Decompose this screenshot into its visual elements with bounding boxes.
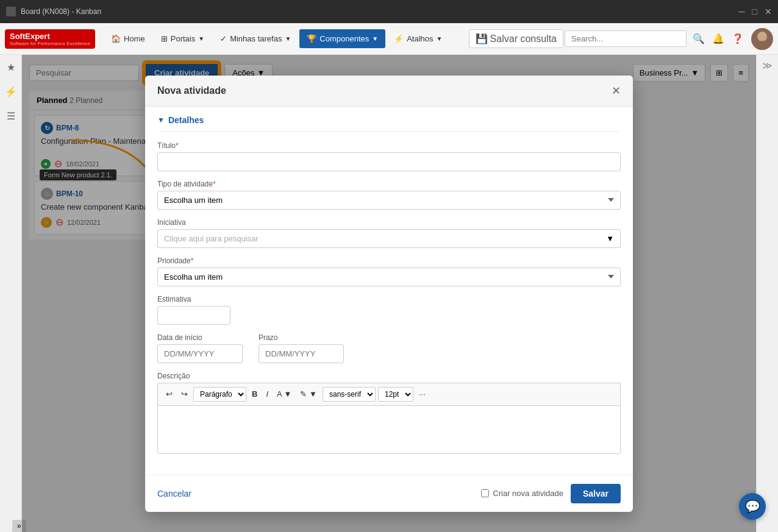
section-chevron-icon: ▼ <box>157 116 165 124</box>
undo-button[interactable]: ↩ <box>163 388 176 400</box>
svg-point-1 <box>754 41 770 50</box>
nav-home[interactable]: 🏠 Home <box>104 29 152 48</box>
dialog-header: Nova atividade ✕ <box>145 76 633 107</box>
sidebar-icon-star[interactable]: ★ <box>4 60 18 74</box>
label-data-inicio: Data de início <box>157 333 249 342</box>
save-button[interactable]: Salvar <box>571 484 621 503</box>
componentes-icon: 🏆 <box>307 34 316 43</box>
create-new-checkbox[interactable] <box>481 489 489 497</box>
more-options-button[interactable]: ··· <box>416 388 429 400</box>
highlight-dropdown-icon: ▼ <box>309 389 317 399</box>
dialog-body: ▼ Detalhes Título* Tipo de atividade* <box>145 107 633 475</box>
nav-componentes[interactable]: 🏆 Componentes ▼ <box>299 29 385 48</box>
nav-right-icons: 🔍 🔔 ❓ <box>693 28 773 50</box>
prazo-input[interactable] <box>259 344 344 363</box>
portais-icon: ⊞ <box>161 34 168 43</box>
atalhos-arrow-icon: ▼ <box>437 35 443 42</box>
form-group-prazo: Prazo <box>259 333 350 363</box>
font-color-dropdown-icon: ▼ <box>284 389 292 399</box>
paragraph-select[interactable]: Parágrafo <box>193 387 246 402</box>
window-controls: ─ □ ✕ <box>739 7 772 16</box>
highlight-button[interactable]: ✎ ▼ <box>297 388 320 400</box>
logo-text: SoftExpert <box>10 32 50 41</box>
chat-bubble-button[interactable]: 💬 <box>739 493 766 520</box>
iniciativa-search-input[interactable]: Clique aqui para pesquisar ▼ <box>157 229 621 248</box>
form-group-iniciativa: Iniciativa Clique aqui para pesquisar ▼ <box>157 218 621 248</box>
form-group-descricao: Descrição ↩ ↪ Parágrafo B I A ▼ <box>157 372 621 454</box>
atalhos-icon: ⚡ <box>394 34 404 43</box>
left-sidebar: ★ ⚡ ☰ <box>0 55 22 532</box>
window-titlebar: Board (KN008) - Kanban ─ □ ✕ <box>0 0 778 23</box>
titulo-input[interactable] <box>157 152 621 171</box>
font-color-button[interactable]: A ▼ <box>274 388 294 400</box>
form-group-titulo: Título* <box>157 141 621 171</box>
iniciativa-dropdown-icon: ▼ <box>606 234 614 243</box>
redo-button[interactable]: ↪ <box>178 388 191 400</box>
data-inicio-input[interactable] <box>157 344 243 363</box>
tipo-atividade-select[interactable]: Escolha um item <box>157 191 621 210</box>
nav-minhas-tarefas[interactable]: ✓ Minhas tarefas ▼ <box>213 29 298 48</box>
tarefas-arrow-icon: ▼ <box>285 35 291 42</box>
label-descricao: Descrição <box>157 372 621 380</box>
nova-atividade-dialog: Nova atividade ✕ ▼ Detalhes Título* <box>145 76 633 512</box>
form-group-data-inicio: Data de início <box>157 333 249 363</box>
content-area: Criar atividade Ações ▼ Business Pr... ▼… <box>22 55 756 532</box>
label-estimativa: Estimativa <box>157 295 621 303</box>
logo-sub: Software for Performance Excellence <box>10 41 90 46</box>
home-icon: 🏠 <box>111 34 121 43</box>
italic-button[interactable]: I <box>263 388 271 400</box>
portais-arrow-icon: ▼ <box>198 35 204 42</box>
window-icon <box>6 7 16 16</box>
description-toolbar: ↩ ↪ Parágrafo B I A ▼ ✎ ▼ <box>157 383 621 405</box>
prioridade-select[interactable]: Escolha um item <box>157 268 621 286</box>
window-close-button[interactable]: ✕ <box>765 7 772 16</box>
window-title: Board (KN008) - Kanban <box>21 7 734 16</box>
footer-right: Criar nova atividade Salvar <box>481 484 621 503</box>
create-new-checkbox-label[interactable]: Criar nova atividade <box>481 489 563 498</box>
cancel-button[interactable]: Cancelar <box>157 489 191 498</box>
form-group-tipo-atividade: Tipo de atividade* Escolha um item <box>157 180 621 210</box>
description-area[interactable] <box>157 405 621 454</box>
dialog-close-button[interactable]: ✕ <box>612 84 621 98</box>
chat-icon: 💬 <box>745 499 760 514</box>
panel-expand-button[interactable]: ≫ <box>762 60 773 71</box>
label-prazo: Prazo <box>259 333 350 342</box>
nav-portais[interactable]: ⊞ Portais ▼ <box>154 29 212 48</box>
section-details-header[interactable]: ▼ Detalhes <box>157 107 621 132</box>
search-icon-button[interactable]: 🔍 <box>693 33 705 44</box>
maximize-button[interactable]: □ <box>752 7 757 16</box>
help-icon-button[interactable]: ❓ <box>732 33 744 44</box>
font-family-select[interactable]: sans-serif <box>323 387 376 402</box>
notification-icon-button[interactable]: 🔔 <box>712 33 724 44</box>
label-prioridade: Prioridade* <box>157 257 621 265</box>
bold-button[interactable]: B <box>249 388 260 400</box>
highlight-icon: ✎ <box>300 389 307 399</box>
font-color-icon: A <box>277 389 282 399</box>
logo: SoftExpert Software for Performance Exce… <box>5 29 95 49</box>
dialog-title: Nova atividade <box>157 85 226 96</box>
componentes-arrow-icon: ▼ <box>372 35 378 42</box>
main-area: ★ ⚡ ☰ Criar atividade Ações ▼ Business P… <box>0 55 778 532</box>
save-query-button[interactable]: 💾 Salvar consulta <box>469 29 563 48</box>
sidebar-icon-menu[interactable]: ☰ <box>4 108 18 123</box>
form-group-estimativa: Estimativa <box>157 295 621 325</box>
dialog-footer: Cancelar Criar nova atividade Salvar <box>145 475 633 512</box>
nav-atalhos[interactable]: ⚡ Atalhos ▼ <box>387 29 449 48</box>
label-tipo-atividade: Tipo de atividade* <box>157 180 621 188</box>
save-query-icon: 💾 <box>476 33 488 44</box>
search-input[interactable] <box>565 30 687 47</box>
sidebar-icon-lightning[interactable]: ⚡ <box>4 84 18 99</box>
label-titulo: Título* <box>157 141 621 150</box>
font-size-select[interactable]: 12pt <box>378 387 413 402</box>
tarefas-icon: ✓ <box>220 34 227 43</box>
navbar: SoftExpert Software for Performance Exce… <box>0 23 778 55</box>
form-group-prioridade: Prioridade* Escolha um item <box>157 257 621 286</box>
estimativa-input[interactable] <box>157 306 230 325</box>
avatar[interactable] <box>751 28 773 50</box>
minimize-button[interactable]: ─ <box>739 7 745 16</box>
right-panel: ≫ <box>756 55 778 532</box>
label-iniciativa: Iniciativa <box>157 218 621 227</box>
svg-point-0 <box>757 32 767 41</box>
form-row-dates: Data de início Prazo <box>157 333 621 372</box>
